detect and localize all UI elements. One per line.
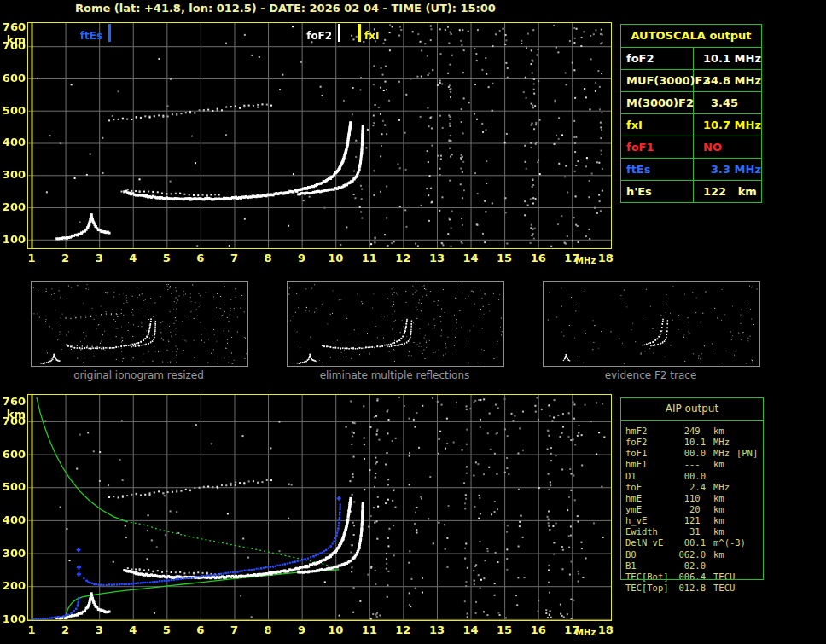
ionogram-model-frame xyxy=(27,394,612,621)
aip-param-label: B1 xyxy=(625,560,674,571)
autoscala-param-label: MUF(3000)F2 xyxy=(621,70,694,91)
aip-param-unit: km xyxy=(706,549,724,560)
x-tick-label: 11 xyxy=(358,252,381,264)
aip-row-foE: foE2.4MHz xyxy=(625,482,771,493)
autoscala-output-table: AUTOSCALA output foF210.1 MHzMUF(3000)F2… xyxy=(620,24,762,203)
y-tick-label: 500 xyxy=(1,481,26,493)
x-tick-label: 18 xyxy=(595,624,617,636)
x-axis-unit-label: MHz xyxy=(575,628,596,637)
x-tick-label: 7 xyxy=(223,252,245,264)
marker-line-fxI xyxy=(358,24,361,42)
aip-param-label: TEC[Bot] xyxy=(625,571,674,583)
aip-row-D1: D100.0 xyxy=(625,471,771,482)
marker-label-ftEs: ftEs xyxy=(73,31,102,42)
x-tick-label: 15 xyxy=(493,252,515,264)
aip-param-value: 006.4 xyxy=(674,571,706,583)
autoscala-param-value: NO xyxy=(694,136,761,158)
x-tick-label: 11 xyxy=(358,624,381,636)
y-tick-label: 100 xyxy=(1,234,26,246)
aip-param-label: D1 xyxy=(625,471,674,482)
aip-param-label: hmF1 xyxy=(625,459,674,470)
marker-label-fxI: fxI xyxy=(364,31,379,42)
aip-param-unit: m^(-3) xyxy=(706,537,746,548)
aip-param-unit: km xyxy=(706,526,724,537)
y-tick-label: 400 xyxy=(1,514,26,526)
autoscala-param-label: foF2 xyxy=(621,48,694,69)
x-axis-unit-label: MHz xyxy=(575,256,596,265)
thumbnail-eliminate-canvas xyxy=(288,282,503,366)
aip-param-value: 31 xyxy=(674,526,706,537)
autoscala-param-label: fxI xyxy=(621,114,694,136)
aip-param-unit: MHz xyxy=(706,437,730,448)
aip-param-value: --- xyxy=(674,459,706,470)
y-axis-unit-label: km xyxy=(1,34,26,46)
aip-param-label: hmE xyxy=(625,493,674,504)
x-tick-label: 12 xyxy=(392,252,414,264)
x-tick-label: 9 xyxy=(291,252,313,264)
x-tick-label: 5 xyxy=(155,624,177,636)
aip-param-unit: km xyxy=(706,426,724,437)
aip-param-label: B0 xyxy=(625,549,674,560)
x-tick-label: 2 xyxy=(55,252,77,264)
autoscala-row-fxI: fxI10.7 MHz xyxy=(621,114,761,136)
aip-param-unit: km xyxy=(706,493,724,504)
aip-row-TEC[Top]: TEC[Top]012.8TECU xyxy=(625,583,771,594)
aip-param-unit: km xyxy=(706,515,724,526)
aip-param-value: 110 xyxy=(674,493,706,504)
aip-param-label: foE xyxy=(625,482,674,493)
aip-param-label: TEC[Top] xyxy=(625,583,674,594)
aip-param-label: Ewidth xyxy=(625,526,674,537)
x-tick-label: 14 xyxy=(460,624,482,636)
autoscala-window: Rome (lat: +41.8, lon: 012.5) - DATE: 20… xyxy=(0,0,826,644)
x-tick-label: 4 xyxy=(122,252,144,264)
aip-table-header: AIP output xyxy=(621,398,763,421)
x-tick-label: 1 xyxy=(20,252,43,264)
x-tick-label: 18 xyxy=(595,252,617,264)
aip-param-value: 02.0 xyxy=(674,560,706,571)
marker-line-ftEs xyxy=(108,24,111,42)
autoscala-row-M(3000)F2: M(3000)F2 3.45 xyxy=(621,92,761,114)
autoscala-param-value: 122 km xyxy=(694,181,761,202)
thumbnail-evidence-f2 xyxy=(543,281,760,367)
autoscala-param-value: 10.1 MHz xyxy=(694,48,761,69)
aip-row-foF2: foF210.1MHz xyxy=(625,437,771,448)
x-tick-label: 15 xyxy=(493,624,515,636)
aip-row-hmF2: hmF2249 km xyxy=(625,426,771,437)
autoscala-row-foF1: foF1NO xyxy=(621,136,761,159)
aip-table-rows: hmF2249 kmfoF210.1MHzfoF100.0MHz[PN]hmF1… xyxy=(625,426,771,594)
x-tick-label: 2 xyxy=(55,624,77,636)
autoscala-row-foF2: foF210.1 MHz xyxy=(621,48,761,70)
y-tick-label: 400 xyxy=(1,136,26,148)
x-tick-label: 9 xyxy=(291,624,313,636)
aip-row-DelN_vE: DelN_vE00.1m^(-3) xyxy=(625,537,771,548)
marker-label-foF2: foF2 xyxy=(303,31,332,42)
aip-row-h_vE: h_vE121 km xyxy=(625,515,771,526)
y-tick-label: 600 xyxy=(1,449,26,461)
autoscala-param-label: foF1 xyxy=(621,136,694,158)
y-axis-unit-label: km xyxy=(1,409,26,421)
aip-param-unit: TECU xyxy=(706,583,735,594)
x-tick-label: 6 xyxy=(189,624,212,636)
y-tick-label: 600 xyxy=(1,73,26,84)
aip-param-unit: MHz xyxy=(706,482,730,493)
aip-param-unit: km xyxy=(706,504,724,515)
autoscala-param-value: 10.7 MHz xyxy=(694,114,761,136)
aip-param-value: 00.1 xyxy=(674,537,706,548)
autoscala-param-label: h'Es xyxy=(621,181,694,202)
x-tick-label: 5 xyxy=(155,252,177,264)
aip-row-hmF1: hmF1--- km xyxy=(625,459,771,470)
y-tick-label: 760 xyxy=(1,21,26,33)
x-tick-label: 8 xyxy=(257,252,279,264)
thumbnail-original-ionogram xyxy=(31,281,248,367)
marker-line-foF2 xyxy=(338,24,340,42)
y-tick-label: 200 xyxy=(1,201,26,213)
thumbnail-caption-original: original ionogram resized xyxy=(29,369,248,381)
aip-param-value: 121 xyxy=(674,515,706,526)
x-tick-label: 12 xyxy=(392,624,414,636)
thumbnail-eliminate-reflections xyxy=(287,281,504,367)
aip-param-label: foF1 xyxy=(625,448,674,459)
aip-row-foF1: foF100.0MHz[PN] xyxy=(625,448,771,459)
y-tick-label: 300 xyxy=(1,169,26,181)
autoscala-table-header: AUTOSCALA output xyxy=(621,25,761,48)
ionogram-main-frame xyxy=(27,22,612,249)
